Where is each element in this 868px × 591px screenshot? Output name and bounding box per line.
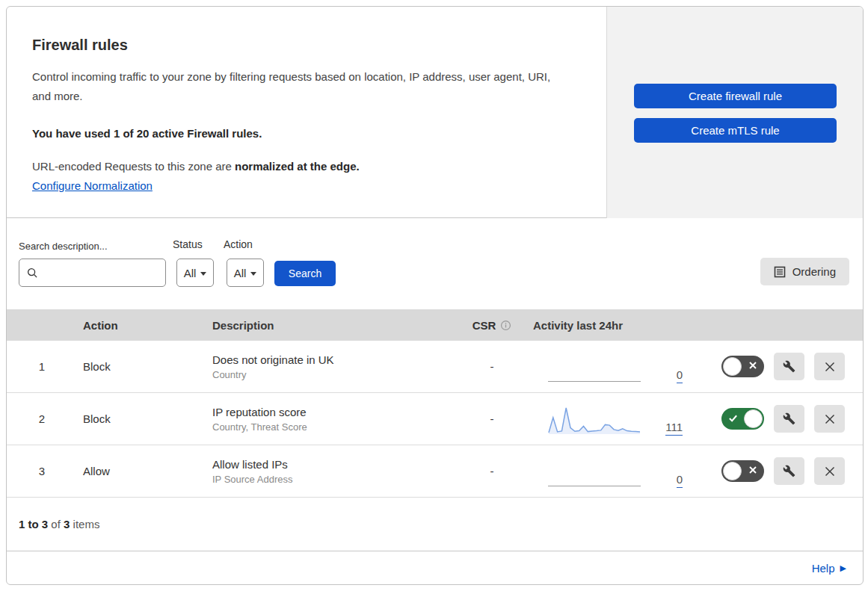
create-mtls-rule-button[interactable]: Create mTLS rule [634,118,837,143]
help-bar: Help ▶ [7,551,863,585]
search-button[interactable]: Search [274,261,336,286]
rule-priority: 3 [7,465,77,477]
close-icon [824,413,836,425]
rule-csr: - [451,360,533,373]
arrow-right-icon: ▶ [840,564,846,572]
action-filter-label: Action [224,238,253,250]
activity-sparkline [548,350,641,383]
search-label: Search description... [19,241,108,252]
create-firewall-rule-button[interactable]: Create firewall rule [634,84,837,108]
firewall-rules-panel: Firewall rules Control incoming traffic … [6,6,864,585]
rule-csr: - [451,412,533,425]
wrench-icon [783,412,795,425]
action-filter-dropdown[interactable]: All [227,259,264,287]
activity-count-link[interactable]: 0 [647,473,683,488]
normalization-note: URL-encoded Requests to this zone are no… [32,160,571,173]
activity-count-link[interactable]: 111 [647,421,683,436]
filter-bar: Search description... Status All Action … [7,218,863,309]
description-column-header: Description [206,319,451,332]
help-link[interactable]: Help ▶ [812,562,846,575]
delete-rule-button[interactable] [814,457,845,485]
status-toggle[interactable] [721,356,764,377]
status-filter-dropdown[interactable]: All [176,259,214,287]
toggle-state-icon [748,361,757,370]
rule-priority: 2 [7,412,77,425]
ordering-button[interactable]: Ordering [760,258,849,285]
rules-table: Action Description CSR Activity last 24h… [7,309,863,498]
edit-rule-button[interactable] [774,457,804,485]
page-title: Firewall rules [32,37,571,54]
close-icon [824,361,836,373]
rule-action: Block [77,360,206,373]
usage-summary: You have used 1 of 20 active Firewall ru… [32,127,571,140]
activity-count-link[interactable]: 0 [647,368,683,383]
pagination-summary: 1 to 3 of 3 items [7,498,863,551]
search-input-wrapper [19,259,166,287]
activity-sparkline [548,455,641,488]
status-filter-label: Status [173,238,203,250]
toggle-knob [723,357,742,376]
rule-fields: Country, Threat Score [212,420,451,434]
toggle-knob [723,462,742,480]
search-input[interactable] [43,267,156,279]
toggle-state-icon [748,465,757,474]
status-toggle[interactable] [721,460,764,482]
ordering-list-icon [774,266,786,278]
rule-description: Does not originate in UK [212,352,451,368]
configure-normalization-link[interactable]: Configure Normalization [32,179,153,192]
table-row: 1 Block Does not originate in UK Country… [7,341,863,393]
delete-rule-button[interactable] [814,405,845,433]
rule-fields: IP Source Address [212,472,451,486]
activity-sparkline [548,403,641,436]
rule-priority: 1 [7,360,77,373]
toggle-knob [744,409,763,428]
search-icon [27,267,38,279]
delete-rule-button[interactable] [814,353,845,380]
chevron-down-icon [200,272,206,276]
rule-action: Allow [77,465,206,477]
rule-fields: Country [212,368,451,382]
rule-action: Block [77,412,206,425]
actions-panel: Create firewall rule Create mTLS rule [606,7,863,218]
close-icon [824,465,836,477]
rule-description: Allow listed IPs [212,457,451,472]
table-row: 2 Block IP reputation score Country, Thr… [7,393,863,445]
chevron-down-icon [250,272,256,276]
action-column-header: Action [77,319,206,332]
status-toggle[interactable] [721,408,764,430]
toggle-state-icon [728,413,738,423]
page-description: Control incoming traffic to your zone by… [32,67,571,106]
wrench-icon [783,465,795,477]
activity-column-header: Activity last 24hr [533,319,863,332]
header-section: Firewall rules Control incoming traffic … [7,7,863,218]
csr-column-header: CSR [451,319,533,332]
edit-rule-button[interactable] [774,405,804,433]
info-icon[interactable] [500,320,511,331]
rule-csr: - [451,465,533,477]
table-row: 3 Allow Allow listed IPs IP Source Addre… [7,445,863,498]
rule-description: IP reputation score [212,404,451,420]
wrench-icon [783,360,795,373]
edit-rule-button[interactable] [774,353,804,380]
table-header-row: Action Description CSR Activity last 24h… [7,309,863,341]
